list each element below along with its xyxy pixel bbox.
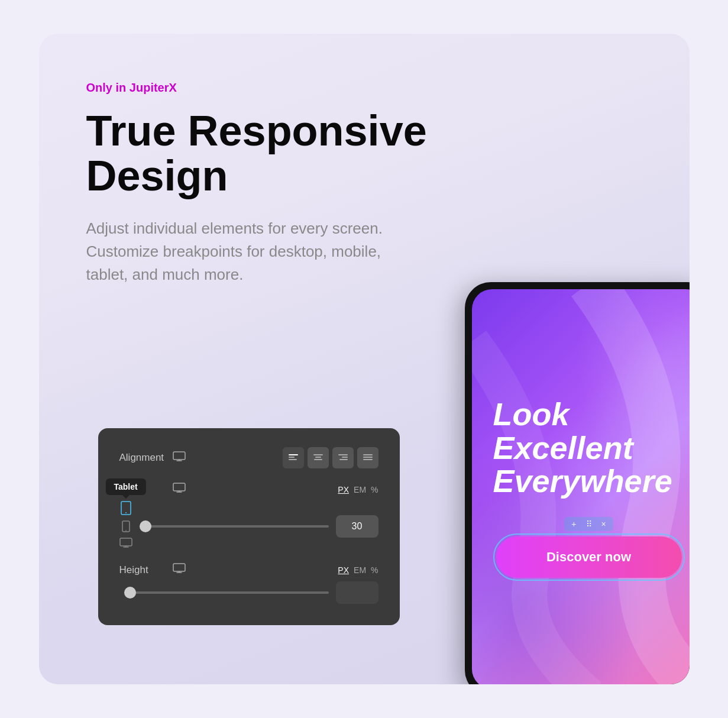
width-row: Width PX EM % — [119, 483, 378, 496]
handle-close-icon[interactable]: × — [601, 519, 606, 529]
mobile-icon[interactable] — [122, 520, 130, 535]
width-value-box[interactable]: 30 — [336, 515, 378, 538]
height-slider-row — [119, 581, 378, 604]
height-slider-track[interactable] — [124, 591, 329, 594]
device-dropdown[interactable]: Tablet — [119, 501, 132, 551]
phone-headline: Look Excellent Everywhere — [493, 397, 685, 498]
align-right-btn[interactable] — [332, 447, 354, 468]
tablet-icon[interactable] — [121, 501, 131, 518]
height-label-row: Height PX EM % — [119, 563, 378, 577]
width-desktop-icon — [173, 483, 186, 496]
svg-rect-1 — [289, 454, 298, 455]
align-center-btn[interactable] — [308, 447, 329, 468]
description-text: Adjust individual elements for every scr… — [86, 217, 394, 286]
height-value-box[interactable] — [336, 581, 378, 604]
alignment-label: Alignment — [119, 452, 173, 464]
width-slider-track[interactable] — [140, 525, 329, 528]
svg-rect-3 — [289, 459, 297, 460]
svg-rect-10 — [363, 454, 373, 455]
phone-mockup: Look Excellent Everywhere + ⠿ × Discover… — [465, 282, 690, 684]
svg-point-17 — [125, 530, 127, 531]
height-label: Height — [119, 564, 173, 576]
svg-rect-4 — [313, 454, 323, 455]
unit-px[interactable]: PX — [338, 485, 349, 494]
alignment-row: Alignment — [119, 447, 378, 468]
badge-label: Only in JupiterX — [86, 81, 642, 95]
button-wrapper: + ⠿ × Discover now — [493, 517, 685, 581]
height-tv-icon — [173, 563, 186, 577]
tv-icon[interactable] — [119, 538, 132, 551]
align-left-btn[interactable] — [283, 447, 304, 468]
svg-rect-18 — [120, 538, 132, 546]
svg-rect-5 — [315, 457, 321, 458]
tablet-tooltip: Tablet — [105, 478, 145, 495]
height-unit-percent[interactable]: % — [371, 565, 378, 575]
feature-card: Only in JupiterX True Responsive Design … — [39, 34, 690, 684]
handle-plus-icon[interactable]: + — [571, 519, 576, 529]
headline-line3: Everywhere — [493, 463, 672, 499]
handle-move-icon[interactable]: ⠿ — [586, 519, 592, 529]
headline-line2: Excellent — [493, 430, 633, 465]
height-slider-thumb[interactable] — [124, 587, 136, 599]
phone-screen: Look Excellent Everywhere + ⠿ × Discover… — [472, 289, 690, 684]
unit-percent[interactable]: % — [371, 485, 378, 494]
svg-point-15 — [125, 512, 127, 513]
height-unit-px[interactable]: PX — [338, 565, 349, 575]
align-justify-btn[interactable] — [357, 447, 378, 468]
height-unit-buttons: PX EM % — [338, 565, 378, 575]
svg-rect-19 — [173, 564, 185, 571]
svg-rect-8 — [342, 457, 348, 458]
desktop-icon — [173, 451, 186, 465]
svg-rect-11 — [363, 457, 373, 458]
width-slider-thumb[interactable] — [140, 520, 151, 532]
svg-rect-13 — [173, 483, 185, 491]
alignment-buttons — [283, 447, 378, 468]
page-title: True Responsive Design — [86, 109, 500, 198]
svg-rect-7 — [338, 454, 348, 455]
slider-row: Tablet — [119, 501, 378, 551]
discover-now-button[interactable]: Discover now — [496, 536, 682, 578]
selection-border: Discover now — [493, 533, 685, 581]
svg-rect-6 — [314, 459, 322, 460]
unit-em[interactable]: EM — [354, 485, 366, 494]
control-panel: Alignment — [98, 428, 400, 625]
svg-rect-2 — [289, 457, 295, 458]
headline-line1: Look — [493, 396, 570, 432]
svg-rect-9 — [339, 459, 348, 460]
width-unit-buttons: PX EM % — [338, 485, 378, 494]
svg-rect-12 — [363, 459, 373, 460]
svg-rect-0 — [173, 452, 185, 460]
height-unit-em[interactable]: EM — [354, 565, 366, 575]
